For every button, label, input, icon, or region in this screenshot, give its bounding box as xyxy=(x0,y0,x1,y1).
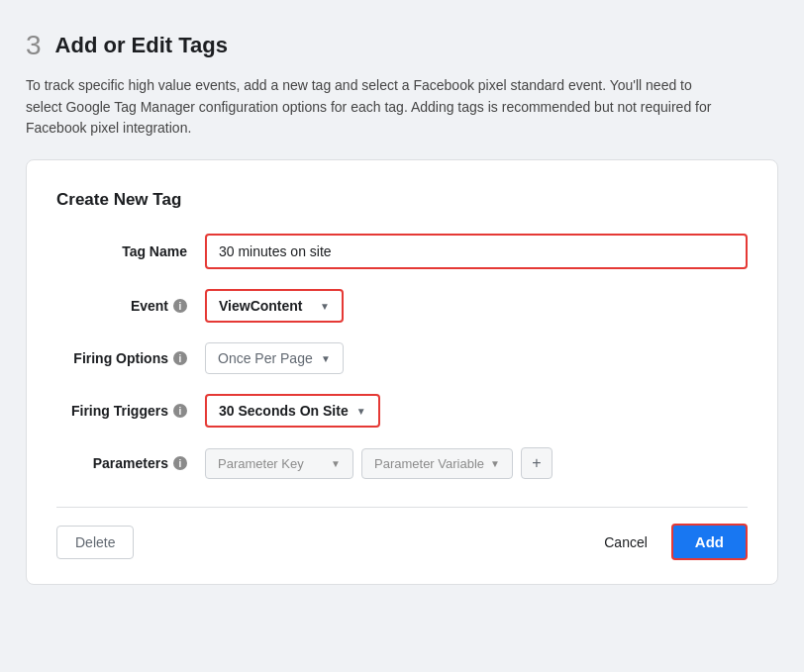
page-container: 3 Add or Edit Tags To track specific hig… xyxy=(26,30,778,585)
tag-name-control xyxy=(205,234,748,269)
parameter-key-select[interactable]: Parameter Key ▼ xyxy=(205,448,353,479)
card-footer: Delete Cancel Add xyxy=(56,507,748,560)
tag-name-input[interactable] xyxy=(205,234,748,269)
firing-options-chevron-icon: ▼ xyxy=(321,353,331,364)
create-tag-card: Create New Tag Tag Name Event i ViewCont… xyxy=(26,159,778,585)
event-label: Event i xyxy=(56,298,205,314)
firing-options-control: Once Per Page ▼ xyxy=(205,342,748,374)
firing-options-row: Firing Options i Once Per Page ▼ xyxy=(56,342,748,374)
footer-right: Cancel Add xyxy=(590,524,748,560)
parameters-row: Parameters i Parameter Key ▼ Parameter V… xyxy=(56,447,748,479)
parameters-control: Parameter Key ▼ Parameter Variable ▼ + xyxy=(205,447,748,479)
firing-triggers-row: Firing Triggers i 30 Seconds On Site ▼ xyxy=(56,394,748,428)
tag-name-label: Tag Name xyxy=(56,243,205,259)
firing-options-label: Firing Options i xyxy=(56,350,205,366)
firing-triggers-select[interactable]: 30 Seconds On Site ▼ xyxy=(205,394,380,428)
firing-triggers-value: 30 Seconds On Site xyxy=(219,403,349,419)
tag-name-row: Tag Name xyxy=(56,234,748,269)
firing-triggers-label: Firing Triggers i xyxy=(56,403,205,419)
parameter-variable-chevron-icon: ▼ xyxy=(490,458,500,469)
card-title: Create New Tag xyxy=(56,190,748,210)
parameter-key-chevron-icon: ▼ xyxy=(331,458,341,469)
params-row: Parameter Key ▼ Parameter Variable ▼ + xyxy=(205,447,748,479)
parameters-info-icon[interactable]: i xyxy=(173,456,187,470)
event-row: Event i ViewContent ▼ xyxy=(56,289,748,323)
cancel-button[interactable]: Cancel xyxy=(590,527,661,558)
event-select[interactable]: ViewContent ▼ xyxy=(205,289,344,323)
firing-options-value: Once Per Page xyxy=(218,350,313,366)
step-number: 3 xyxy=(26,30,42,61)
firing-options-info-icon[interactable]: i xyxy=(173,351,187,365)
footer-left: Delete xyxy=(56,526,134,559)
page-header: 3 Add or Edit Tags xyxy=(26,30,778,61)
event-control: ViewContent ▼ xyxy=(205,289,748,323)
firing-triggers-chevron-icon: ▼ xyxy=(356,406,366,417)
event-chevron-icon: ▼ xyxy=(320,301,330,312)
add-parameter-button[interactable]: + xyxy=(521,447,553,479)
page-description: To track specific high value events, add… xyxy=(26,75,719,140)
parameters-label: Parameters i xyxy=(56,455,205,471)
page-title: Add or Edit Tags xyxy=(55,33,228,58)
parameter-key-label: Parameter Key xyxy=(218,456,304,471)
firing-options-select[interactable]: Once Per Page ▼ xyxy=(205,342,344,374)
delete-button[interactable]: Delete xyxy=(56,526,134,559)
event-select-value: ViewContent xyxy=(219,298,303,314)
parameter-variable-select[interactable]: Parameter Variable ▼ xyxy=(361,448,513,479)
firing-triggers-info-icon[interactable]: i xyxy=(173,404,187,418)
add-button[interactable]: Add xyxy=(671,524,748,560)
firing-triggers-control: 30 Seconds On Site ▼ xyxy=(205,394,748,428)
parameter-variable-label: Parameter Variable xyxy=(374,456,484,471)
event-info-icon[interactable]: i xyxy=(173,299,187,313)
